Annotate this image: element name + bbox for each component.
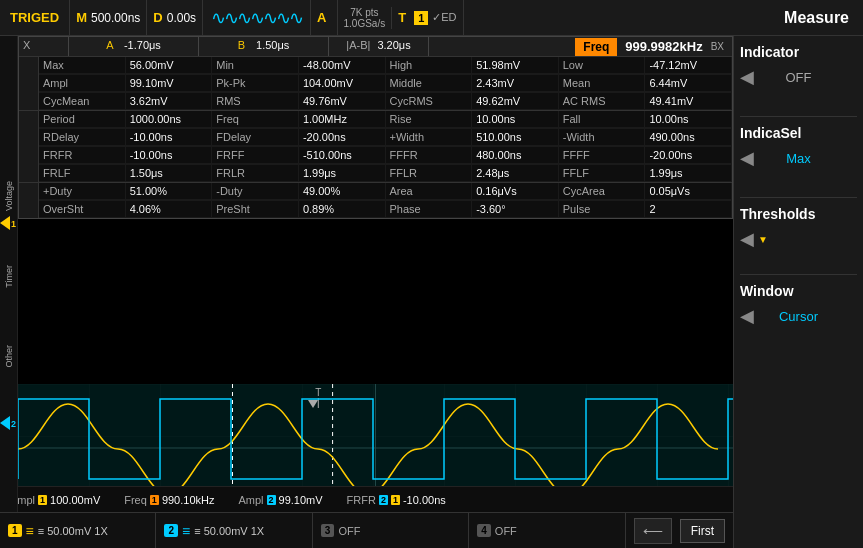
indicasel-value: Max bbox=[786, 151, 811, 166]
vertical-labels: 1 2 Voltage Timer Other bbox=[0, 36, 18, 512]
ch2-label: ≡ 50.00mV 1X bbox=[194, 525, 264, 537]
window-left-arrow[interactable]: ◀ bbox=[740, 305, 754, 327]
freq-label: Freq bbox=[575, 38, 617, 56]
ch1-badge2: 1 bbox=[391, 495, 400, 505]
ch2-arrow: 2 bbox=[0, 416, 18, 433]
ch1-label: ≡ 50.00mV 1X bbox=[38, 525, 108, 537]
delay-section: D 0.00s bbox=[147, 0, 203, 35]
ch4-num: 4 bbox=[477, 524, 491, 537]
other-row-2: OverSht 4.06% PreSht 0.89% Phase -3.60° … bbox=[39, 201, 732, 218]
window-section: Window ◀ Cursor ▶ bbox=[740, 283, 857, 331]
measure-title: Measure bbox=[774, 9, 859, 27]
acquisition-section: A bbox=[311, 0, 337, 35]
ampl2-meas: Ampl 2 99.10mV bbox=[238, 494, 322, 506]
ab-header: |A-B| 3.20μs bbox=[329, 37, 429, 56]
thresholds-section: Thresholds ◀ ▼ bbox=[740, 206, 857, 250]
waveform-display: ∿∿∿∿∿∿∿ bbox=[203, 0, 311, 35]
indicator-left-arrow[interactable]: ◀ bbox=[740, 66, 754, 88]
indicasel-left-arrow[interactable]: ◀ bbox=[740, 147, 754, 169]
divider-3 bbox=[740, 274, 857, 275]
freq-box: Freq 999.9982kHz BX bbox=[429, 37, 732, 56]
t-flags: ✓ED bbox=[432, 11, 456, 24]
svg-marker-2 bbox=[0, 416, 10, 430]
ampl1-meas: Ampl 1 100.00mV bbox=[10, 494, 100, 506]
back-button[interactable]: ⟵ bbox=[634, 518, 672, 544]
indicasel-row: ◀ Max ▶ bbox=[740, 147, 857, 169]
window-row: ◀ Cursor ▶ bbox=[740, 305, 857, 327]
high-label: High bbox=[386, 57, 473, 74]
voltage-row-1: Max 56.00mV Min -48.00mV High 51.98mV Lo… bbox=[39, 57, 732, 75]
other-label bbox=[19, 183, 39, 218]
table-header-row: X A -1.70μs B 1.50μs |A-B| 3.20μs Freq 9… bbox=[19, 37, 732, 57]
b-header: B 1.50μs bbox=[199, 37, 329, 56]
indicator-value: OFF bbox=[786, 70, 812, 85]
first-button[interactable]: First bbox=[680, 519, 725, 543]
timer-row-4: FRLF 1.50μs FRLR 1.99μs FFLR 2.48μs FFLF… bbox=[39, 165, 732, 182]
right-panel: Indicator ◀ OFF ▶ IndicaSel ◀ Max ▶ Thre… bbox=[733, 36, 863, 548]
sample-rate: 1.0GSa/s bbox=[344, 18, 386, 29]
trigger-section: T 1 ✓ED bbox=[392, 0, 463, 35]
ch1-badge: 1 bbox=[38, 495, 47, 505]
svg-text:2: 2 bbox=[11, 419, 16, 429]
d-label: D bbox=[153, 10, 162, 25]
m-label: M bbox=[76, 10, 87, 25]
ch4-label: OFF bbox=[495, 525, 517, 537]
indicator-section: Indicator ◀ OFF ▶ bbox=[740, 44, 857, 92]
ch2-badge: 2 bbox=[267, 495, 276, 505]
pts-label: 7K pts bbox=[350, 7, 378, 18]
voltage-section: Max 56.00mV Min -48.00mV High 51.98mV Lo… bbox=[19, 57, 732, 111]
ch1-freq-badge: 1 bbox=[150, 495, 159, 505]
ch1-num: 1 bbox=[8, 524, 22, 537]
other-section: +Duty 51.00% -Duty 49.00% Area 0.16μVs C… bbox=[19, 183, 732, 218]
max-val: 56.00mV bbox=[126, 57, 213, 74]
voltage-cells: Max 56.00mV Min -48.00mV High 51.98mV Lo… bbox=[39, 57, 732, 110]
svg-text:T: T bbox=[315, 387, 321, 398]
indicator-row: ◀ OFF ▶ bbox=[740, 66, 857, 88]
ch2-wave-icon: ≡ bbox=[182, 523, 190, 539]
ch1-button[interactable]: 1 ≡ ≡ 50.00mV 1X bbox=[0, 513, 156, 548]
bottom-measurements: Ampl 1 100.00mV Freq 1 990.10kHz Ampl 2 … bbox=[0, 486, 733, 512]
d-value: 0.00s bbox=[167, 11, 196, 25]
freq-value: 999.9982kHz bbox=[617, 37, 710, 56]
t-label: T bbox=[398, 10, 406, 25]
timer-label bbox=[19, 111, 39, 182]
nav-buttons: ⟵ First bbox=[626, 513, 733, 548]
ch2-num: 2 bbox=[164, 524, 178, 537]
ch3-button[interactable]: 3 OFF bbox=[313, 513, 469, 548]
ch2-badge2: 2 bbox=[379, 495, 388, 505]
voltage-axis-label: Voltage bbox=[0, 156, 18, 236]
thresholds-left-arrow[interactable]: ◀ bbox=[740, 228, 754, 250]
ch4-button[interactable]: 4 OFF bbox=[469, 513, 625, 548]
freq1-meas: Freq 1 990.10kHz bbox=[124, 494, 214, 506]
channel-buttons-bar: 1 ≡ ≡ 50.00mV 1X 2 ≡ ≡ 50.00mV 1X 3 OFF … bbox=[0, 512, 733, 548]
freq-sub: BX bbox=[711, 41, 724, 52]
ch2-button[interactable]: 2 ≡ ≡ 50.00mV 1X bbox=[156, 513, 312, 548]
main-area: 1 2 Voltage Timer Other bbox=[0, 36, 863, 548]
m-value: 500.00ns bbox=[91, 11, 140, 25]
high-val: 51.98mV bbox=[472, 57, 559, 74]
ch3-label: OFF bbox=[338, 525, 360, 537]
low-label: Low bbox=[559, 57, 646, 74]
divider-2 bbox=[740, 197, 857, 198]
low-val: -47.12mV bbox=[645, 57, 732, 74]
divider-1 bbox=[740, 116, 857, 117]
thresholds-title: Thresholds bbox=[740, 206, 857, 222]
trig-label: TRIGED bbox=[10, 10, 59, 25]
min-label: Min bbox=[212, 57, 299, 74]
thresholds-row: ◀ ▼ bbox=[740, 228, 857, 250]
measurement-table: X A -1.70μs B 1.50μs |A-B| 3.20μs Freq 9… bbox=[18, 36, 733, 219]
timer-row-1: Period 1000.00ns Freq 1.00MHz Rise 10.00… bbox=[39, 111, 732, 129]
thresholds-indicator: ▼ bbox=[758, 234, 768, 245]
min-val: -48.00mV bbox=[299, 57, 386, 74]
ch1-wave-icon: ≡ bbox=[26, 523, 34, 539]
sample-info: 7K pts 1.0GSa/s bbox=[338, 7, 393, 29]
x-cell: X bbox=[19, 37, 69, 56]
t-num: 1 bbox=[414, 11, 428, 25]
voltage-label bbox=[19, 57, 39, 110]
voltage-row-3: CycMean 3.62mV RMS 49.76mV CycRMS 49.62m… bbox=[39, 93, 732, 110]
trig-indicator[interactable]: TRIGED bbox=[4, 0, 70, 35]
window-title: Window bbox=[740, 283, 857, 299]
voltage-row-2: Ampl 99.10mV Pk-Pk 104.00mV Middle 2.43m… bbox=[39, 75, 732, 93]
indicasel-section: IndicaSel ◀ Max ▶ bbox=[740, 125, 857, 173]
a-label: A bbox=[317, 10, 326, 25]
